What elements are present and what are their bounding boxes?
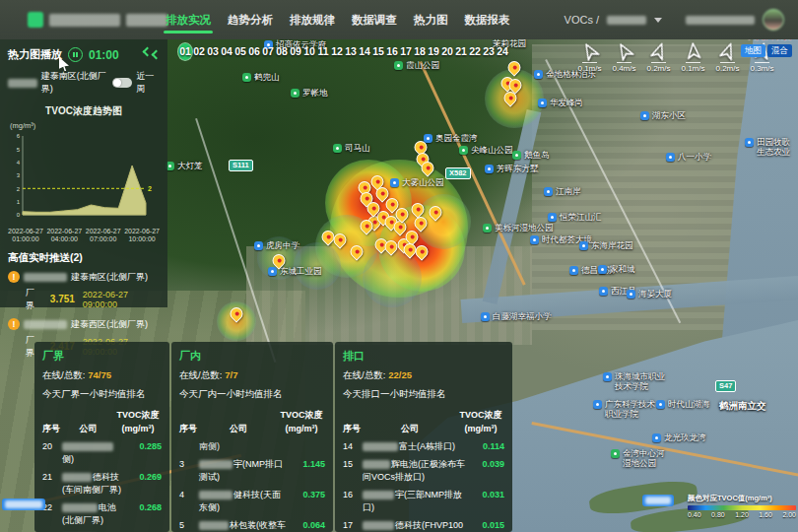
push-panel-title: 高值实时推送(2)	[8, 251, 160, 265]
poi-icon	[652, 433, 661, 442]
map-label: 龙光玖龙湾	[652, 433, 706, 443]
table-row[interactable]: 16宇(三部NMP排放口)0.031	[343, 489, 504, 514]
timeline-hour-09[interactable]: 09	[289, 43, 302, 60]
timeline-hour-05[interactable]: 05	[233, 43, 247, 60]
park-icon	[333, 144, 342, 153]
tab-4[interactable]: 数据调查	[350, 0, 399, 39]
poi-icon	[530, 235, 539, 244]
monitoring-site-pin[interactable]	[505, 58, 523, 76]
timeline-hour-22[interactable]: 22	[468, 43, 482, 60]
map-label: 鹤洲南立交	[719, 401, 766, 412]
map-label: 广东科学技术 职业学院	[593, 400, 655, 420]
table-row[interactable]: 4健科技(天面东侧)0.375	[179, 489, 325, 514]
timeline-hour-07[interactable]: 07	[261, 43, 275, 60]
warning-icon: !	[8, 271, 20, 283]
map-label: 司马山	[333, 144, 370, 154]
redacted-company-name	[24, 273, 67, 282]
map-label-text: 鹅鱼岛	[524, 151, 550, 161]
map-label: 虎房中学	[254, 241, 299, 251]
map-label-text: 海晏大厦	[638, 290, 672, 299]
tab-2[interactable]: 趋势分析	[226, 0, 275, 39]
table-row[interactable]: 5林包装(收整车间门口)0.064	[179, 519, 325, 532]
table-row[interactable]: 3宇(NMP排口测试)1.145	[179, 458, 325, 484]
redacted-company-name	[24, 320, 67, 329]
table-row[interactable]: 15辉电池(正极涂布车间VOCs排放口)0.039	[343, 458, 504, 484]
map-type-map-button[interactable]: 地图	[741, 44, 765, 57]
timeline-hour-11[interactable]: 11	[316, 43, 330, 60]
park-icon	[459, 146, 468, 155]
poi-icon	[424, 134, 432, 143]
map-label: 大雾山公园	[390, 178, 444, 188]
redacted-company-name	[199, 521, 229, 530]
monitoring-site-pin[interactable]	[409, 200, 427, 218]
timeline-hour-04[interactable]: 04	[220, 43, 233, 60]
period-toggle[interactable]	[112, 78, 132, 88]
table-row[interactable]: 14富士(A栋排口)0.114	[343, 440, 504, 453]
map-label-text: 时代山湖海	[668, 400, 710, 410]
table-row[interactable]: 21德科技(车间南侧厂界)0.269	[42, 471, 162, 497]
timeline-hour-01[interactable]: 01	[178, 43, 192, 60]
timeline-hour-19[interactable]: 19	[427, 43, 440, 60]
tab-1[interactable]: 排放实况	[164, 0, 213, 39]
timeline-hour-18[interactable]: 18	[413, 43, 427, 60]
timeline-hour-24[interactable]: 24	[496, 43, 509, 60]
ranking-panel-in-factory: 厂内 在线/总数:7/7 今天厂内一小时均值排名 序号 公司 TVOC浓度(mg…	[171, 342, 333, 532]
wind-arrow-icon	[646, 38, 672, 64]
poi-icon	[544, 187, 553, 196]
poi-icon	[569, 266, 578, 275]
timeline-hour-15[interactable]: 15	[371, 43, 385, 60]
tab-6[interactable]: 数据报表	[463, 0, 512, 39]
timeline-hour-03[interactable]: 03	[206, 43, 220, 60]
table-rows: 20侧)0.28521德科技(车间南侧厂界)0.26922电池(北侧厂界)0.2…	[42, 440, 162, 532]
map-label: 奥园金霞湾	[424, 134, 478, 144]
monitoring-site-pin[interactable]	[427, 203, 444, 221]
panel-title: 厂界	[42, 349, 162, 364]
value-cell: 0.015	[467, 519, 504, 532]
nav-tabs: 排放实况趋势分析排放规律数据调查热力图数据报表	[164, 0, 512, 39]
user-avatar[interactable]	[763, 9, 784, 31]
company-cell: 辉电池(正极涂布车间VOCs排放口)	[363, 458, 467, 484]
chart-x-tick: 2022-06-2701:00:00	[8, 228, 43, 244]
timeline-hour-20[interactable]: 20	[440, 43, 454, 60]
col-value: TVOC浓度(mg/m³)	[114, 409, 162, 435]
timeline-hour-23[interactable]: 23	[482, 43, 496, 60]
tab-3[interactable]: 排放规律	[288, 0, 337, 39]
table-row[interactable]: 22电池(北侧厂界)0.268	[42, 501, 162, 527]
timeline-hour-08[interactable]: 08	[275, 43, 289, 60]
legend-gradient-bar	[688, 505, 796, 510]
timeline-hour-14[interactable]: 14	[358, 43, 371, 60]
value-cell: 0.039	[467, 458, 504, 471]
value-cell: 1.145	[288, 458, 325, 471]
wind-indicator-5: 0.2m/s	[715, 41, 740, 73]
legend-tick: 2.00	[782, 511, 796, 518]
timeline-hour-21[interactable]: 21	[454, 43, 468, 60]
poi-icon	[268, 267, 277, 276]
timeline-hour-06[interactable]: 06	[247, 43, 261, 60]
push-item[interactable]: !建泰南区(北侧厂界)厂界3.7512022-06-27 09:00:00	[8, 271, 160, 312]
chevron-down-icon[interactable]	[654, 18, 662, 23]
table-row[interactable]: 17德科技(FHVP1007)0.015	[343, 519, 504, 532]
company-cell: 电池(北侧厂界)	[62, 501, 124, 527]
poi-icon	[598, 265, 607, 274]
timeline-hour-12[interactable]: 12	[330, 43, 344, 60]
svg-text:6: 6	[17, 133, 21, 139]
monitoring-site-pin[interactable]	[412, 214, 430, 232]
tab-5[interactable]: 热力图	[412, 0, 450, 39]
map-label-text: 白藤湖幸福小学	[493, 312, 552, 322]
playback-controls: 热力图播放 01:00	[8, 47, 160, 62]
timeline-hour-17[interactable]: 17	[399, 43, 413, 60]
timeline-hour-02[interactable]: 02	[192, 43, 206, 60]
map-type-hybrid-button[interactable]: 混合	[767, 44, 792, 57]
table-row[interactable]: 20侧)0.285	[42, 440, 162, 466]
timeline-hour-16[interactable]: 16	[385, 43, 399, 60]
poi-icon	[548, 213, 557, 222]
row-no: 3	[179, 458, 199, 471]
park-icon	[512, 151, 521, 160]
chevron-left-icon[interactable]	[143, 47, 153, 57]
station-toggle-row: 建泰南区(北侧厂界) 近一周	[8, 70, 160, 96]
timeline-hour-10[interactable]: 10	[302, 43, 316, 60]
park-icon	[483, 224, 492, 233]
pause-icon[interactable]	[68, 47, 83, 62]
hour-timeline: 0102030405060708091011121314151617181920…	[144, 43, 509, 60]
timeline-hour-13[interactable]: 13	[344, 43, 358, 60]
